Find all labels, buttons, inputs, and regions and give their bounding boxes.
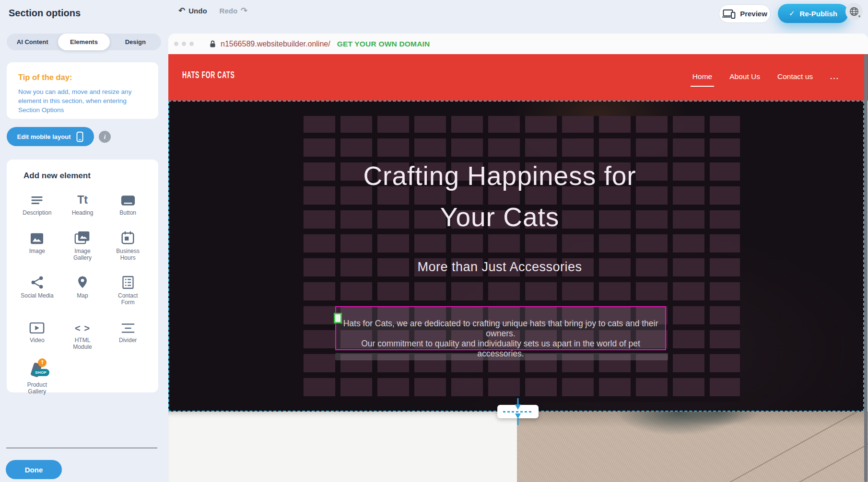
nav-about-us[interactable]: About Us [729,72,760,81]
mobile-phone-icon [76,131,83,142]
sidebar-divider [6,448,157,448]
lock-icon [210,40,216,48]
preview-devices-icon [722,9,736,19]
language-globe-button[interactable] [845,3,863,20]
nav-contact-us[interactable]: Contact us [777,72,813,81]
section-options-tabs: AI Content Elements Design [7,34,161,50]
page-title: Section options [9,8,81,19]
divider-icon [121,317,135,334]
edit-mobile-label: Edit mobile layout [17,133,71,140]
app: Section options ↶ Undo Redo ↷ Preview ✓ … [0,0,868,482]
heading-icon: Tt [77,189,88,207]
preview-label: Preview [740,10,767,18]
next-section-image [517,412,868,482]
hero-section-selected[interactable]: Crafting Happiness for Your Cats More th… [168,101,864,412]
tip-of-the-day-card: Tip of the day: Now you can add, move an… [7,62,158,119]
edit-mobile-layout-button[interactable]: Edit mobile layout [7,127,94,146]
element-image-gallery[interactable]: Image Gallery [60,228,106,261]
upgrade-arrow-icon: ↑ [38,358,47,367]
element-map[interactable]: Map [60,272,106,306]
next-section[interactable] [168,412,868,482]
button-icon [120,189,136,207]
element-html-module[interactable]: < > HTML Module [60,317,106,350]
video-icon [29,317,45,334]
business-hours-icon [121,228,135,245]
window-dot [189,42,194,46]
section-resize-handle[interactable] [497,405,539,418]
vertical-scrollbar[interactable] [864,54,868,482]
redo-label: Redo [220,7,238,15]
republish-button[interactable]: ✓ Re-Publish [778,4,848,23]
element-image[interactable]: Image [14,228,60,261]
map-pin-icon [76,272,89,289]
tab-design[interactable]: Design [110,34,161,50]
contact-form-icon [121,272,135,289]
browser-chrome-bar: n1566589.websitebuilder.online/ GET YOUR… [168,34,868,54]
info-icon[interactable]: i [99,131,111,143]
add-new-element-title: Add new element [23,171,91,181]
resize-dash-line [503,411,533,413]
text-lines-icon [30,189,44,207]
element-heading[interactable]: Tt Heading [60,189,106,217]
site-url[interactable]: n1566589.websitebuilder.online/ [221,40,330,48]
tab-elements[interactable]: Elements [58,34,109,50]
nav-more[interactable]: ... [830,72,839,81]
element-contact-form[interactable]: Contact Form [105,272,151,306]
hero-subheading[interactable]: More than Just Accessories [255,260,745,275]
hero-heading-line2: Your Cats [255,196,745,238]
window-dot [182,42,186,46]
globe-status-dot [857,14,861,18]
hero-heading[interactable]: Crafting Happiness for Your Cats [255,155,745,238]
element-grid: Description Tt Heading Button Image [14,189,151,395]
element-ghost-bar [335,353,668,360]
social-share-icon [30,272,44,289]
element-divider[interactable]: Divider [105,317,151,350]
code-icon: < > [75,317,90,334]
tip-body: Now you can add, move and resize any ele… [18,87,145,115]
check-icon: ✓ [789,9,795,18]
element-product-gallery[interactable]: ↑ SHOP Product Gallery [14,361,60,395]
redo-button[interactable]: Redo ↷ [220,7,248,15]
undo-redo-group: ↶ Undo Redo ↷ [178,7,247,15]
redo-icon: ↷ [241,7,247,15]
add-new-element-panel: Add new element Description Tt Heading B… [7,160,158,392]
preview-button[interactable]: Preview [719,4,771,23]
image-gallery-icon [74,228,91,245]
hero-heading-line1: Crafting Happiness for [255,155,745,196]
undo-button[interactable]: ↶ Undo [178,7,207,15]
pavement-joint-line [708,412,868,482]
element-description[interactable]: Description [14,189,60,217]
get-domain-link[interactable]: GET YOUR OWN DOMAIN [337,40,430,48]
nav-home[interactable]: Home [692,72,712,81]
element-business-hours[interactable]: Business Hours [105,228,151,261]
element-social-media[interactable]: Social Media [14,272,60,306]
undo-icon: ↶ [178,7,185,15]
site-logo[interactable]: HATS FOR CATS [182,69,235,80]
done-button[interactable]: Done [6,460,62,479]
product-gallery-icon: ↑ SHOP [27,361,47,379]
tab-ai-content[interactable]: AI Content [7,34,58,50]
element-video[interactable]: Video [14,317,60,350]
tip-title: Tip of the day: [18,73,72,82]
element-button[interactable]: Button [105,189,151,217]
site-header: HATS FOR CATS Home About Us Contact us .… [168,54,868,101]
shop-badge: SHOP [32,369,49,376]
description-element-selected[interactable]: Hats for Cats, we are dedicated to craft… [335,306,666,350]
undo-label: Undo [188,7,207,15]
republish-label: Re-Publish [800,10,837,18]
image-icon [30,228,44,245]
window-dot [174,42,178,46]
site-nav: Home About Us Contact us ... [692,72,839,81]
